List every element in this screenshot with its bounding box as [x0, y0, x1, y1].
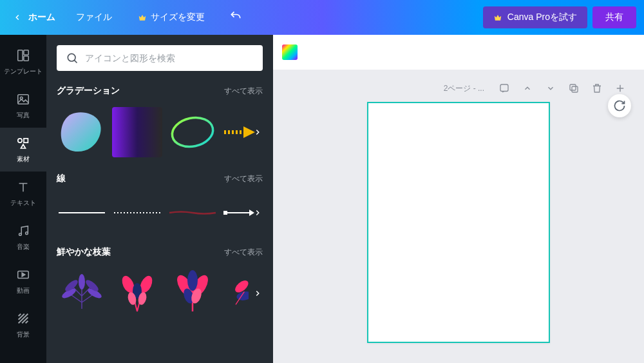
section-gradients: グラデーション すべて表示: [57, 85, 263, 159]
section-see-all[interactable]: すべて表示: [224, 247, 263, 258]
foliage-thumb-2[interactable]: [112, 268, 162, 319]
line-rough-thumb[interactable]: [167, 199, 218, 226]
svg-point-5: [18, 139, 22, 142]
doc-header: [273, 35, 644, 70]
svg-point-24: [79, 274, 85, 289]
page-up-button[interactable]: [522, 83, 533, 94]
doc-color-picker[interactable]: [282, 44, 298, 60]
file-menu[interactable]: ファイル: [66, 8, 122, 27]
text-icon: [15, 179, 31, 195]
svg-rect-37: [500, 84, 508, 92]
svg-point-8: [26, 232, 28, 235]
section-title: 線: [57, 173, 66, 184]
page-duplicate-button[interactable]: [568, 83, 580, 94]
page-label: 2ページ - ...: [444, 83, 484, 94]
rail-label: 素材: [17, 155, 30, 164]
gradient-blob-thumb[interactable]: [57, 107, 107, 157]
top-bar: ホーム ファイル サイズを変更 Canva Proを試す 共有: [0, 0, 644, 35]
music-icon: [15, 223, 31, 239]
svg-rect-0: [18, 50, 23, 61]
scroll-next[interactable]: [250, 286, 265, 301]
svg-rect-17: [223, 211, 227, 215]
rail-background[interactable]: 背景: [0, 303, 46, 347]
pro-label: Canva Proを試す: [507, 12, 577, 23]
svg-rect-3: [18, 95, 29, 104]
svg-rect-2: [24, 56, 28, 61]
foliage-thumb-3[interactable]: [167, 268, 218, 319]
scroll-next[interactable]: [250, 205, 265, 221]
background-icon: [15, 311, 31, 326]
templates-icon: [15, 48, 31, 63]
canvas-area: 2ページ - ...: [273, 35, 644, 363]
undo-button[interactable]: [220, 6, 251, 29]
rail-templates[interactable]: テンプレート: [0, 40, 46, 84]
back-home[interactable]: ホーム: [8, 8, 61, 27]
rail-text[interactable]: テキスト: [0, 172, 46, 215]
rail-label: 写真: [17, 111, 30, 120]
page-down-button[interactable]: [545, 83, 556, 94]
line-dotted-thumb[interactable]: [112, 199, 162, 226]
rail-label: テンプレート: [4, 67, 43, 76]
home-label: ホーム: [28, 12, 55, 23]
section-foliage: 鮮やかな枝葉 すべて表示: [57, 246, 263, 320]
rail-music[interactable]: 音楽: [0, 215, 46, 259]
gradient-ring-thumb[interactable]: [167, 107, 218, 157]
crown-icon: [138, 13, 147, 22]
section-title: 鮮やかな枝葉: [57, 246, 111, 258]
section-lines: 線 すべて表示: [57, 173, 263, 232]
scroll-next[interactable]: [250, 124, 265, 140]
canvas-page[interactable]: [367, 102, 550, 343]
rail-label: テキスト: [10, 199, 36, 208]
resize-menu[interactable]: サイズを変更: [128, 8, 215, 27]
rail-photos[interactable]: 写真: [0, 84, 46, 128]
section-title: グラデーション: [57, 85, 120, 97]
rail-label: 動画: [17, 286, 30, 295]
svg-rect-6: [24, 139, 28, 142]
svg-point-7: [19, 233, 22, 236]
undo-icon: [229, 10, 242, 23]
search-input[interactable]: [85, 53, 254, 63]
svg-rect-1: [24, 50, 28, 55]
search-icon: [66, 52, 79, 64]
elements-icon: [15, 135, 31, 151]
chevron-left-icon: [13, 13, 22, 22]
svg-marker-10: [22, 273, 25, 277]
rail-elements[interactable]: 素材: [0, 128, 46, 172]
line-solid-thumb[interactable]: [57, 199, 107, 226]
svg-point-13: [169, 114, 216, 150]
video-icon: [15, 267, 31, 282]
page-add-button[interactable]: [614, 83, 626, 94]
share-button[interactable]: 共有: [592, 6, 636, 28]
page-toolbar: 2ページ - ...: [289, 83, 629, 94]
try-pro-button[interactable]: Canva Proを試す: [483, 6, 587, 28]
canvas-scroll[interactable]: 2ページ - ...: [273, 70, 644, 363]
elements-panel: グラデーション すべて表示 線: [46, 35, 273, 363]
rail-label: 音楽: [17, 242, 30, 251]
page-delete-button[interactable]: [591, 83, 603, 94]
sync-fab[interactable]: [608, 94, 631, 117]
svg-point-32: [187, 270, 198, 291]
search-box[interactable]: [57, 45, 263, 71]
section-see-all[interactable]: すべて表示: [224, 173, 263, 184]
gradient-square-thumb[interactable]: [112, 107, 162, 157]
rail-video[interactable]: 動画: [0, 259, 46, 303]
left-rail: テンプレート 写真 素材 テキスト 音楽: [0, 35, 46, 363]
section-see-all[interactable]: すべて表示: [224, 86, 263, 97]
page-notes-button[interactable]: [498, 83, 510, 94]
svg-point-11: [68, 54, 75, 61]
photos-icon: [15, 92, 31, 107]
crown-icon: [493, 13, 502, 22]
svg-rect-38: [572, 86, 578, 92]
foliage-thumb-1[interactable]: [57, 268, 107, 319]
resize-label: サイズを変更: [151, 12, 205, 23]
rail-label: 背景: [17, 330, 30, 339]
foliage-thumb-4[interactable]: [223, 268, 249, 319]
svg-line-12: [74, 60, 77, 63]
refresh-icon: [613, 99, 626, 112]
svg-rect-39: [570, 84, 576, 90]
